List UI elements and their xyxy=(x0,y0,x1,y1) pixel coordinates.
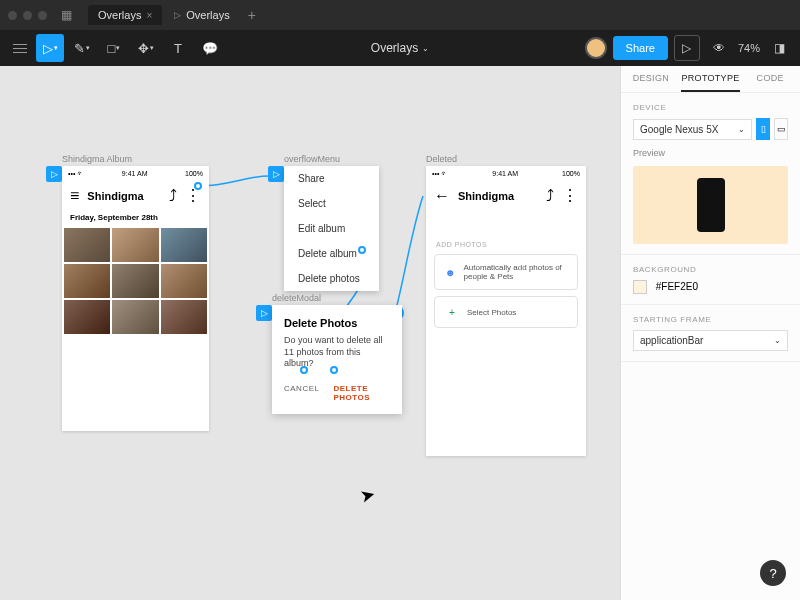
auto-add-row: ☻ Automatically add photos of people & P… xyxy=(434,254,578,290)
people-icon: ☻ xyxy=(445,265,456,279)
device-select[interactable]: Google Nexus 5X ⌄ xyxy=(633,119,752,140)
frame-label[interactable]: deleteModal xyxy=(272,293,321,303)
photo-thumb xyxy=(64,228,110,262)
shape-tool[interactable]: □▾ xyxy=(100,34,128,62)
app-title: Shindigma xyxy=(87,190,161,202)
prototype-start-badge[interactable]: ▷ xyxy=(46,166,62,182)
menu-item-select: Select xyxy=(284,191,379,216)
properties-panel: DESIGN PROTOTYPE CODE DEVICE Google Nexu… xyxy=(620,66,800,600)
pen-tool[interactable]: ✎▾ xyxy=(68,34,96,62)
menu-item-delete-album: Delete album xyxy=(284,241,379,266)
photo-thumb xyxy=(112,300,158,334)
overflow-icon: ⋮ xyxy=(562,186,578,205)
starting-frame-select[interactable]: applicationBar ⌄ xyxy=(633,330,788,351)
photo-thumb xyxy=(161,228,207,262)
menu-item-delete-photos: Delete photos xyxy=(284,266,379,291)
add-tab-button[interactable]: + xyxy=(242,7,262,23)
chevron-down-icon: ⌄ xyxy=(738,125,745,134)
play-icon: ▷ xyxy=(174,10,181,20)
preview-label: Preview xyxy=(633,148,788,158)
orientation-landscape[interactable]: ▭ xyxy=(774,118,788,140)
menu-button[interactable] xyxy=(8,37,32,60)
tab-label: Overlays xyxy=(186,9,229,21)
tab-overlays-2[interactable]: ▷ Overlays xyxy=(164,5,239,25)
close-icon[interactable] xyxy=(8,11,17,20)
status-time: 9:41 AM xyxy=(122,170,148,177)
photo-thumb xyxy=(161,264,207,298)
status-bar: ••• ᯤ 9:41 AM 100% xyxy=(426,166,586,180)
canvas[interactable]: Shindigma Album ▷ ••• ᯤ 9:41 AM 100% ≡ S… xyxy=(0,66,620,600)
help-button[interactable]: ? xyxy=(760,560,786,586)
signal-icon: ••• ᯤ xyxy=(432,170,448,177)
photo-thumb xyxy=(64,264,110,298)
back-icon: ← xyxy=(434,187,450,205)
color-swatch xyxy=(633,280,647,294)
home-icon[interactable]: ▦ xyxy=(61,8,72,22)
frame-label[interactable]: Shindigma Album xyxy=(62,154,132,164)
modal-body: Do you want to delete all 11 photos from… xyxy=(284,335,390,370)
share-icon: ⤴ xyxy=(546,187,554,205)
frame-delete-modal[interactable]: Delete Photos Do you want to delete all … xyxy=(272,305,402,414)
delete-button: DELETE PHOTOS xyxy=(333,384,390,402)
photo-grid xyxy=(62,228,209,334)
document-title[interactable]: Overlays ⌄ xyxy=(371,41,429,55)
frame-deleted[interactable]: ••• ᯤ 9:41 AM 100% ← Shindigma ⤴ ⋮ ADD P… xyxy=(426,166,586,456)
status-battery: 100% xyxy=(185,170,203,177)
select-photos-row: + Select Photos xyxy=(434,296,578,328)
present-button[interactable]: ▷ xyxy=(674,35,700,61)
connection-node[interactable] xyxy=(358,246,366,254)
status-bar: ••• ᯤ 9:41 AM 100% xyxy=(62,166,209,180)
share-button[interactable]: Share xyxy=(613,36,668,60)
connection-node[interactable] xyxy=(330,366,338,374)
user-avatar[interactable] xyxy=(585,37,607,59)
document-tabs: Overlays × ▷ Overlays + xyxy=(88,5,262,25)
minimize-icon[interactable] xyxy=(23,11,32,20)
frame-overflow-menu[interactable]: Share Select Edit album Delete album Del… xyxy=(284,166,379,291)
background-color-field[interactable]: #FEF2E0 xyxy=(633,280,788,294)
status-time: 9:41 AM xyxy=(492,170,518,177)
phone-icon xyxy=(697,178,725,232)
signal-icon: ••• ᯤ xyxy=(68,170,84,177)
vector-tool[interactable]: ✥▾ xyxy=(132,34,160,62)
plus-icon: + xyxy=(445,305,459,319)
cursor-icon: ➤ xyxy=(357,482,377,507)
text-tool[interactable]: T xyxy=(164,34,192,62)
status-battery: 100% xyxy=(562,170,580,177)
menu-item-edit: Edit album xyxy=(284,216,379,241)
maximize-icon[interactable] xyxy=(38,11,47,20)
frame-shindigma-album[interactable]: ••• ᯤ 9:41 AM 100% ≡ Shindigma ⤴ ⋮ Frida… xyxy=(62,166,209,431)
zoom-level[interactable]: 74% xyxy=(738,42,760,54)
modal-title: Delete Photos xyxy=(284,317,390,329)
photo-thumb xyxy=(112,228,158,262)
device-preview xyxy=(633,166,788,244)
photo-thumb xyxy=(112,264,158,298)
tab-code[interactable]: CODE xyxy=(740,66,800,92)
starting-frame-label: STARTING FRAME xyxy=(633,315,788,324)
panel-toggle-icon[interactable]: ◨ xyxy=(766,35,792,61)
connection-node[interactable] xyxy=(300,366,308,374)
frame-label[interactable]: overflowMenu xyxy=(284,154,340,164)
frame-badge[interactable]: ▷ xyxy=(268,166,284,182)
frame-label[interactable]: Deleted xyxy=(426,154,457,164)
view-settings-button[interactable]: 👁 xyxy=(706,35,732,61)
traffic-lights xyxy=(8,11,47,20)
connection-node[interactable] xyxy=(194,182,202,190)
album-date: Friday, September 28th xyxy=(62,211,209,228)
menu-item-share: Share xyxy=(284,166,379,191)
tab-design[interactable]: DESIGN xyxy=(621,66,681,92)
tab-label: Overlays xyxy=(98,9,141,21)
orientation-portrait[interactable]: ▯ xyxy=(756,118,770,140)
toolbar: ▷▾ ✎▾ □▾ ✥▾ T 💬 Overlays ⌄ Share ▷ 👁 74%… xyxy=(0,30,800,66)
app-title: Shindigma xyxy=(458,190,538,202)
share-icon: ⤴ xyxy=(169,187,177,205)
comment-tool[interactable]: 💬 xyxy=(196,34,224,62)
photo-thumb xyxy=(161,300,207,334)
device-label: DEVICE xyxy=(633,103,788,112)
close-icon[interactable]: × xyxy=(146,10,152,21)
tab-overlays-1[interactable]: Overlays × xyxy=(88,5,162,25)
cancel-button: CANCEL xyxy=(284,384,319,402)
frame-badge[interactable]: ▷ xyxy=(256,305,272,321)
window-titlebar: ▦ Overlays × ▷ Overlays + xyxy=(0,0,800,30)
tab-prototype[interactable]: PROTOTYPE xyxy=(681,66,741,92)
move-tool[interactable]: ▷▾ xyxy=(36,34,64,62)
